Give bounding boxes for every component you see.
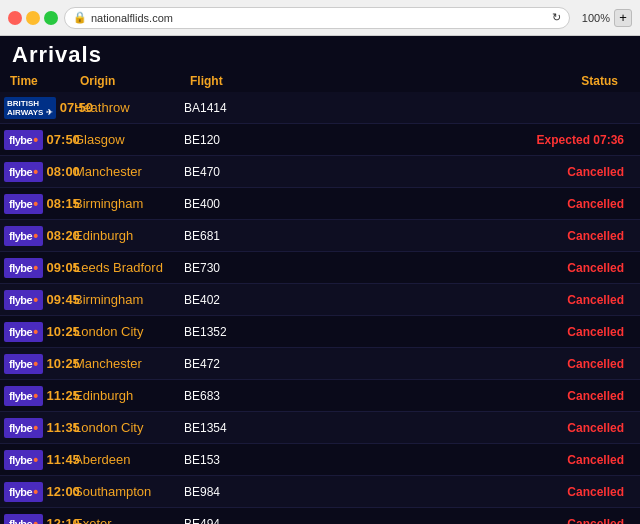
flight-origin: Glasgow bbox=[70, 130, 180, 149]
table-row: flybe•11:45AberdeenBE153Cancelled bbox=[0, 444, 640, 476]
flight-origin: Edinburgh bbox=[70, 226, 180, 245]
airline-time-cell: flybe•10:25 bbox=[0, 352, 70, 376]
flight-origin: Manchester bbox=[70, 162, 180, 181]
flight-number: BE1352 bbox=[180, 323, 310, 341]
airline-time-cell: flybe•12:00 bbox=[0, 480, 70, 504]
table-row: flybe•09:05Leeds BradfordBE730Cancelled bbox=[0, 252, 640, 284]
flight-number: BA1414 bbox=[180, 99, 310, 117]
table-row: flybe•09:45BirminghamBE402Cancelled bbox=[0, 284, 640, 316]
flight-origin: Birmingham bbox=[70, 290, 180, 309]
flight-number: BE402 bbox=[180, 291, 310, 309]
airline-time-cell: flybe•08:00 bbox=[0, 160, 70, 184]
flight-status: Cancelled bbox=[310, 389, 640, 403]
airline-time-cell: flybe•12:10 bbox=[0, 512, 70, 525]
flight-status: Cancelled bbox=[310, 357, 640, 371]
flight-origin: Aberdeen bbox=[70, 450, 180, 469]
flight-status: Cancelled bbox=[310, 261, 640, 275]
board-header: Time Origin Flight Status bbox=[0, 70, 640, 92]
flight-number: BE984 bbox=[180, 483, 310, 501]
flight-status: Cancelled bbox=[310, 517, 640, 525]
flight-status: Cancelled bbox=[310, 453, 640, 467]
flight-number: BE730 bbox=[180, 259, 310, 277]
airline-time-cell: flybe•11:45 bbox=[0, 448, 70, 472]
flight-origin: Exeter bbox=[70, 514, 180, 524]
url-text: nationalflids.com bbox=[91, 12, 173, 24]
airline-time-cell: flybe•11:25 bbox=[0, 384, 70, 408]
flight-origin: Southampton bbox=[70, 482, 180, 501]
board-title: Arrivals bbox=[0, 36, 640, 70]
table-row: flybe•08:20EdinburghBE681Cancelled bbox=[0, 220, 640, 252]
table-row: flybe•08:15BirminghamBE400Cancelled bbox=[0, 188, 640, 220]
airline-time-cell: flybe•07:50 bbox=[0, 128, 70, 152]
flight-number: BE153 bbox=[180, 451, 310, 469]
flight-status: Cancelled bbox=[310, 197, 640, 211]
flight-origin: Heathrow bbox=[70, 98, 180, 117]
airline-time-cell: flybe•11:35 bbox=[0, 416, 70, 440]
table-row: BRITISHAIRWAYS ✈07:50HeathrowBA1414 bbox=[0, 92, 640, 124]
flight-status: Cancelled bbox=[310, 421, 640, 435]
flight-status: Cancelled bbox=[310, 165, 640, 179]
airline-time-cell: BRITISHAIRWAYS ✈07:50 bbox=[0, 95, 70, 121]
flight-status: Cancelled bbox=[310, 229, 640, 243]
flight-number: BE470 bbox=[180, 163, 310, 181]
flybe-logo: flybe• bbox=[4, 354, 43, 374]
header-origin: Origin bbox=[76, 72, 186, 90]
flight-origin: Edinburgh bbox=[70, 386, 180, 405]
flight-origin: Leeds Bradford bbox=[70, 258, 180, 277]
airline-time-cell: flybe•08:20 bbox=[0, 224, 70, 248]
flybe-logo: flybe• bbox=[4, 226, 43, 246]
zoom-control: 100% + bbox=[582, 9, 632, 27]
flight-status: Expected 07:36 bbox=[310, 133, 640, 147]
ba-logo: BRITISHAIRWAYS ✈ bbox=[4, 97, 56, 119]
maximize-button[interactable] bbox=[44, 11, 58, 25]
browser-chrome: 🔒 nationalflids.com ↻ 100% + bbox=[0, 0, 640, 36]
header-flight: Flight bbox=[186, 72, 316, 90]
flybe-logo: flybe• bbox=[4, 194, 43, 214]
flybe-logo: flybe• bbox=[4, 162, 43, 182]
flight-status: Cancelled bbox=[310, 293, 640, 307]
close-button[interactable] bbox=[8, 11, 22, 25]
address-bar[interactable]: 🔒 nationalflids.com ↻ bbox=[64, 7, 570, 29]
flight-number: BE1354 bbox=[180, 419, 310, 437]
window-controls bbox=[8, 11, 58, 25]
flight-origin: London City bbox=[70, 322, 180, 341]
flybe-logo: flybe• bbox=[4, 322, 43, 342]
flight-number: BE494 bbox=[180, 515, 310, 525]
flights-list: BRITISHAIRWAYS ✈07:50HeathrowBA1414flybe… bbox=[0, 92, 640, 524]
table-row: flybe•11:25EdinburghBE683Cancelled bbox=[0, 380, 640, 412]
header-status: Status bbox=[316, 72, 634, 90]
flybe-logo: flybe• bbox=[4, 514, 43, 525]
flight-status: Cancelled bbox=[310, 325, 640, 339]
flight-origin: London City bbox=[70, 418, 180, 437]
table-row: flybe•12:00SouthamptonBE984Cancelled bbox=[0, 476, 640, 508]
flight-number: BE683 bbox=[180, 387, 310, 405]
flybe-logo: flybe• bbox=[4, 482, 43, 502]
airline-time-cell: flybe•08:15 bbox=[0, 192, 70, 216]
lock-icon: 🔒 bbox=[73, 11, 87, 24]
table-row: flybe•07:50GlasgowBE120Expected 07:36 bbox=[0, 124, 640, 156]
table-row: flybe•10:25London CityBE1352Cancelled bbox=[0, 316, 640, 348]
flybe-logo: flybe• bbox=[4, 258, 43, 278]
flight-status: Cancelled bbox=[310, 485, 640, 499]
table-row: flybe•12:10ExeterBE494Cancelled bbox=[0, 508, 640, 524]
zoom-in-button[interactable]: + bbox=[614, 9, 632, 27]
flight-number: BE681 bbox=[180, 227, 310, 245]
table-row: flybe•08:00ManchesterBE470Cancelled bbox=[0, 156, 640, 188]
flybe-logo: flybe• bbox=[4, 130, 43, 150]
airline-time-cell: flybe•09:05 bbox=[0, 256, 70, 280]
flybe-logo: flybe• bbox=[4, 290, 43, 310]
flybe-logo: flybe• bbox=[4, 418, 43, 438]
flight-origin: Manchester bbox=[70, 354, 180, 373]
refresh-icon: ↻ bbox=[552, 11, 561, 24]
zoom-level: 100% bbox=[582, 12, 610, 24]
flight-origin: Birmingham bbox=[70, 194, 180, 213]
table-row: flybe•10:25ManchesterBE472Cancelled bbox=[0, 348, 640, 380]
minimize-button[interactable] bbox=[26, 11, 40, 25]
airline-time-cell: flybe•09:45 bbox=[0, 288, 70, 312]
arrivals-board: Arrivals Time Origin Flight Status BRITI… bbox=[0, 36, 640, 524]
flight-number: BE400 bbox=[180, 195, 310, 213]
table-row: flybe•11:35London CityBE1354Cancelled bbox=[0, 412, 640, 444]
header-time: Time bbox=[6, 72, 76, 90]
flybe-logo: flybe• bbox=[4, 386, 43, 406]
flybe-logo: flybe• bbox=[4, 450, 43, 470]
